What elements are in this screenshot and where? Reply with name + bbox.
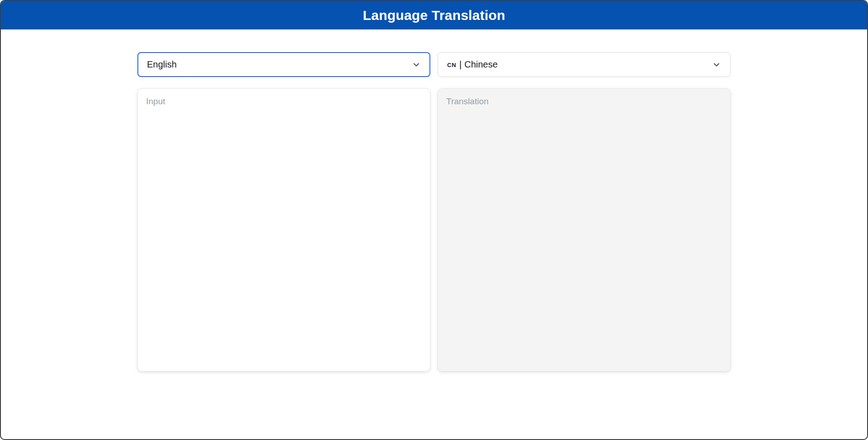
- china-flag-text: CN: [447, 62, 456, 68]
- source-language-select[interactable]: English: [137, 52, 430, 77]
- input-textarea[interactable]: [137, 88, 430, 372]
- chevron-down-icon: [412, 60, 421, 69]
- target-language-value: Chinese: [464, 59, 497, 70]
- target-language-select[interactable]: CN | Chinese: [438, 52, 731, 77]
- separator-text: |: [459, 59, 462, 70]
- app-window: Language Translation English CN | Chines…: [0, 0, 868, 440]
- main-content: English CN | Chinese: [137, 52, 731, 372]
- source-language-value: English: [147, 59, 177, 70]
- text-panels-row: [137, 88, 731, 372]
- translation-textarea[interactable]: [438, 88, 731, 372]
- language-selects-row: English CN | Chinese: [137, 52, 731, 77]
- chevron-down-icon: [712, 60, 721, 69]
- page-title: Language Translation: [363, 8, 505, 23]
- app-header: Language Translation: [1, 1, 867, 29]
